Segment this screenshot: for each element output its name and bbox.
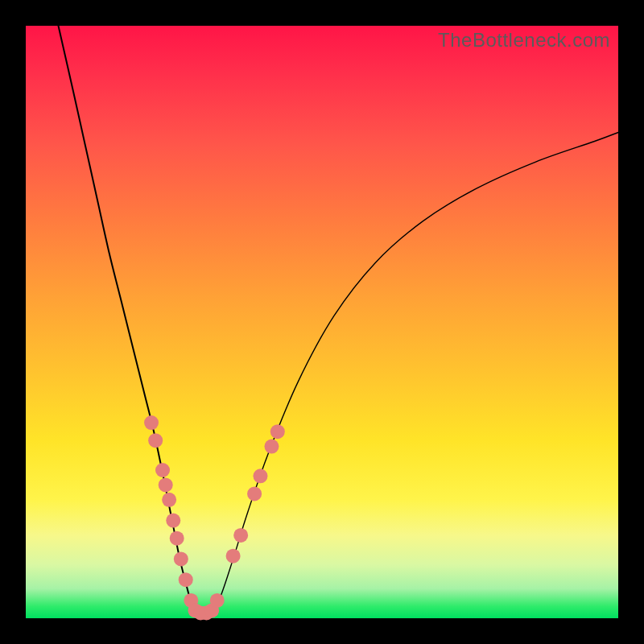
marker-dot	[179, 572, 193, 587]
marker-dot	[159, 477, 173, 492]
marker-dot	[174, 551, 188, 566]
marker-dot	[253, 469, 267, 483]
chart-frame: TheBottleneck.com	[0, 0, 644, 644]
plot-area: TheBottleneck.com	[26, 26, 618, 618]
marker-dot	[166, 514, 180, 528]
marker-dot	[247, 486, 262, 501]
marker-dot	[226, 549, 241, 564]
curve-layer	[26, 26, 618, 618]
marker-dot	[144, 415, 159, 430]
marker-dot	[270, 424, 285, 439]
marker-dot	[162, 493, 176, 507]
marker-dot	[233, 528, 248, 543]
marker-dot	[264, 440, 279, 454]
marker-dot	[170, 531, 184, 546]
marker-dot	[210, 593, 225, 608]
marker-dot	[148, 433, 163, 448]
series-right-branch	[213, 132, 618, 613]
marker-dot	[155, 463, 170, 477]
